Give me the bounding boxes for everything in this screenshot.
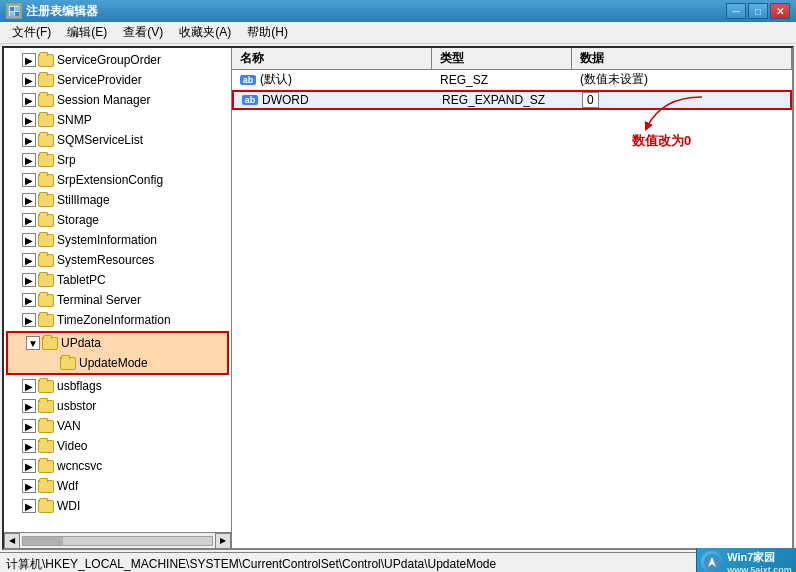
folder-icon — [38, 73, 54, 87]
win7-badge-text: Win7家园 www.5aixt.com — [727, 550, 792, 573]
tree-item-ServiceProvider[interactable]: ▶ ServiceProvider — [4, 70, 231, 90]
scroll-track[interactable] — [22, 536, 213, 546]
tree-item-UPdata[interactable]: ▼ UPdata — [8, 333, 227, 353]
folder-icon — [42, 336, 58, 350]
tree-item-TerminalServer[interactable]: ▶ Terminal Server — [4, 290, 231, 310]
menu-help[interactable]: 帮助(H) — [239, 22, 296, 43]
tree-item-label: SrpExtensionConfig — [57, 173, 163, 187]
tree-item-Wdf[interactable]: ▶ Wdf — [4, 476, 231, 496]
expand-icon[interactable]: ▶ — [22, 133, 36, 147]
tree-item-SrpExtensionConfig[interactable]: ▶ SrpExtensionConfig — [4, 170, 231, 190]
expand-icon[interactable]: ▶ — [22, 379, 36, 393]
tree-item-label: TimeZoneInformation — [57, 313, 171, 327]
folder-icon — [38, 233, 54, 247]
status-path: 计算机\HKEY_LOCAL_MACHINE\SYSTEM\CurrentCon… — [6, 556, 790, 572]
tree-item-Storage[interactable]: ▶ Storage — [4, 210, 231, 230]
close-button[interactable]: ✕ — [770, 3, 790, 19]
menu-view[interactable]: 查看(V) — [115, 22, 171, 43]
tree-content[interactable]: ▶ ServiceGroupOrder ▶ ServiceProvider ▶ … — [4, 48, 231, 532]
tree-item-Video[interactable]: ▶ Video — [4, 436, 231, 456]
folder-icon — [38, 93, 54, 107]
expand-icon[interactable]: ▶ — [22, 459, 36, 473]
expand-icon[interactable]: ▶ — [22, 153, 36, 167]
tree-item-WDI[interactable]: ▶ WDI — [4, 496, 231, 516]
tree-item-label: SystemResources — [57, 253, 154, 267]
tree-item-label: wcncsvc — [57, 459, 102, 473]
scroll-right-button[interactable]: ▶ — [215, 533, 231, 549]
scroll-left-button[interactable]: ◀ — [4, 533, 20, 549]
tree-item-ServiceGroupOrder[interactable]: ▶ ServiceGroupOrder — [4, 50, 231, 70]
tree-item-label: VAN — [57, 419, 81, 433]
tree-item-label: SystemInformation — [57, 233, 157, 247]
cell-type-dword: REG_EXPAND_SZ — [434, 92, 574, 108]
tree-item-SQMServiceList[interactable]: ▶ SQMServiceList — [4, 130, 231, 150]
status-bar: 计算机\HKEY_LOCAL_MACHINE\SYSTEM\CurrentCon… — [0, 552, 796, 572]
expand-icon[interactable]: ▶ — [22, 273, 36, 287]
expand-icon[interactable]: ▶ — [22, 233, 36, 247]
tree-item-SystemResources[interactable]: ▶ SystemResources — [4, 250, 231, 270]
expand-icon[interactable]: ▼ — [26, 336, 40, 350]
svg-rect-1 — [10, 7, 14, 11]
expand-icon[interactable]: ▶ — [22, 253, 36, 267]
expand-icon[interactable]: ▶ — [22, 193, 36, 207]
win7-icon — [701, 551, 723, 572]
svg-rect-2 — [15, 7, 19, 11]
tree-item-label: Session Manager — [57, 93, 150, 107]
menu-edit[interactable]: 编辑(E) — [59, 22, 115, 43]
tree-item-wcncsvc[interactable]: ▶ wcncsvc — [4, 456, 231, 476]
tree-panel: ▶ ServiceGroupOrder ▶ ServiceProvider ▶ … — [4, 48, 232, 548]
folder-icon — [38, 459, 54, 473]
expand-icon[interactable]: ▶ — [22, 499, 36, 513]
cell-name-dword: ab DWORD — [234, 92, 434, 108]
folder-icon — [38, 419, 54, 433]
menu-file[interactable]: 文件(F) — [4, 22, 59, 43]
folder-icon — [38, 193, 54, 207]
win7-label: Win7家园 — [727, 550, 792, 565]
expand-icon[interactable]: ▶ — [22, 173, 36, 187]
tree-item-label: Video — [57, 439, 87, 453]
tree-item-SessionManager[interactable]: ▶ Session Manager — [4, 90, 231, 110]
column-header-type: 类型 — [432, 48, 572, 69]
tree-item-usbstor[interactable]: ▶ usbstor — [4, 396, 231, 416]
expand-icon[interactable]: ▶ — [22, 93, 36, 107]
expand-icon[interactable]: ▶ — [22, 213, 36, 227]
title-controls: ─ □ ✕ — [726, 3, 790, 19]
expand-icon[interactable]: ▶ — [22, 73, 36, 87]
tree-scrollbar[interactable]: ◀ ▶ — [4, 532, 231, 548]
tree-item-SystemInformation[interactable]: ▶ SystemInformation — [4, 230, 231, 250]
tree-item-label: usbstor — [57, 399, 96, 413]
expand-icon[interactable]: ▶ — [22, 113, 36, 127]
expand-icon[interactable]: ▶ — [22, 293, 36, 307]
cell-name-default: ab (默认) — [232, 70, 432, 89]
tree-item-SNMP[interactable]: ▶ SNMP — [4, 110, 231, 130]
cell-type-default: REG_SZ — [432, 72, 572, 88]
expand-icon[interactable]: ▶ — [22, 399, 36, 413]
table-row-default[interactable]: ab (默认) REG_SZ (数值未设置) — [232, 70, 792, 90]
tree-item-VAN[interactable]: ▶ VAN — [4, 416, 231, 436]
annotation-text: 数值改为0 — [632, 132, 691, 150]
folder-icon — [38, 213, 54, 227]
tree-item-TimeZoneInformation[interactable]: ▶ TimeZoneInformation — [4, 310, 231, 330]
tree-item-usbflags[interactable]: ▶ usbflags — [4, 376, 231, 396]
tree-item-StillImage[interactable]: ▶ StillImage — [4, 190, 231, 210]
cell-name-label: (默认) — [260, 71, 292, 88]
menu-bar: 文件(F) 编辑(E) 查看(V) 收藏夹(A) 帮助(H) — [0, 22, 796, 44]
folder-icon — [38, 313, 54, 327]
win7-url: www.5aixt.com — [727, 565, 792, 573]
expand-icon[interactable]: ▶ — [22, 439, 36, 453]
folder-icon — [38, 253, 54, 267]
expand-icon[interactable]: ▶ — [22, 419, 36, 433]
folder-icon — [38, 399, 54, 413]
tree-item-TabletPC[interactable]: ▶ TabletPC — [4, 270, 231, 290]
tree-item-UpdateMode[interactable]: UpdateMode — [8, 353, 227, 373]
minimize-button[interactable]: ─ — [726, 3, 746, 19]
tree-item-label: UpdateMode — [79, 356, 148, 370]
menu-favorites[interactable]: 收藏夹(A) — [171, 22, 239, 43]
expand-icon[interactable]: ▶ — [22, 313, 36, 327]
tree-item-Srp[interactable]: ▶ Srp — [4, 150, 231, 170]
expand-icon[interactable]: ▶ — [22, 479, 36, 493]
scroll-thumb[interactable] — [23, 537, 63, 545]
maximize-button[interactable]: □ — [748, 3, 768, 19]
column-header-data: 数据 — [572, 48, 792, 69]
expand-icon[interactable]: ▶ — [22, 53, 36, 67]
